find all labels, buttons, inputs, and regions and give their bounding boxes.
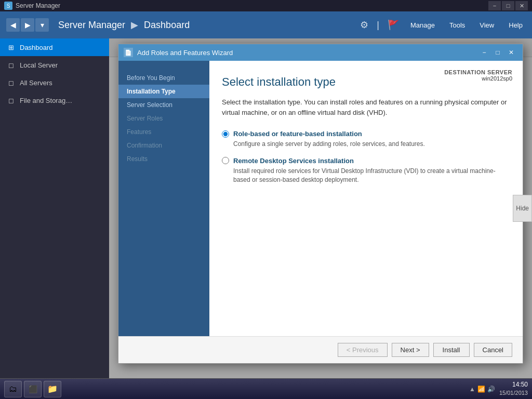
option-remote-desktop-radio[interactable] <box>222 157 229 164</box>
sound-icon: 🔊 <box>487 385 495 393</box>
clock-date: 15/01/2013 <box>499 389 528 397</box>
sidebar-item-all-servers[interactable]: ◻ All Servers <box>0 74 109 91</box>
option-role-based-radio[interactable] <box>222 130 229 138</box>
wizard-minimize-button[interactable]: − <box>478 47 490 58</box>
wizard-main-content: DESTINATION SERVER win2012sp0 Select ins… <box>209 61 523 336</box>
option-role-based: Role-based or feature-based installation… <box>222 130 510 149</box>
local-server-icon: ◻ <box>6 60 16 70</box>
system-clock: 14:50 15/01/2013 <box>499 380 528 397</box>
wizard-maximize-button[interactable]: □ <box>491 47 504 58</box>
wizard-controls: − □ ✕ <box>478 47 517 58</box>
option-role-based-label[interactable]: Role-based or feature-based installation <box>222 130 510 138</box>
option-role-based-text: Role-based or feature-based installation <box>233 130 362 138</box>
breadcrumb-root[interactable]: Server Manager <box>58 20 125 30</box>
breadcrumb-current[interactable]: Dashboard <box>144 20 190 30</box>
installation-type-options: Role-based or feature-based installation… <box>222 130 510 184</box>
navigation-buttons: ◀ ▶ ▾ <box>6 18 49 32</box>
explorer-icon: 🗂 <box>9 384 17 394</box>
system-tray: ▲ 📶 🔊 <box>469 385 495 393</box>
wizard-step-confirmation: Confirmation <box>118 139 209 152</box>
sidebar-item-file-storage[interactable]: ◻ File and Storag… <box>0 91 109 109</box>
tray-chevron-icon[interactable]: ▲ <box>469 385 475 393</box>
wizard-window: 📄 Add Roles and Features Wizard − □ ✕ Be… <box>118 44 523 364</box>
wizard-step-server-selection[interactable]: Server Selection <box>118 98 209 112</box>
menu-manage[interactable]: Manage <box>407 19 438 31</box>
menu-help[interactable]: Help <box>506 19 526 31</box>
taskbar: 🗂 ⬛ 📁 ▲ 📶 🔊 14:50 15/01/2013 <box>0 378 532 399</box>
wizard-footer: < Previous Next > Install Cancel <box>118 336 523 363</box>
app-icon: S <box>4 2 12 10</box>
maximize-button[interactable]: □ <box>502 1 514 10</box>
all-servers-icon: ◻ <box>6 78 16 87</box>
forward-button[interactable]: ▶ <box>21 18 34 32</box>
content-area: WELCOME TO SERVER MANAGER 📄 Add Roles an… <box>109 38 532 378</box>
dropdown-button[interactable]: ▾ <box>35 18 49 32</box>
option-remote-desktop-label[interactable]: Remote Desktop Services installation <box>222 157 510 165</box>
wizard-step-before-begin[interactable]: Before You Begin <box>118 71 209 85</box>
previous-button[interactable]: < Previous <box>338 343 388 357</box>
dashboard-icon: ⊞ <box>6 43 16 52</box>
close-button[interactable]: ✕ <box>515 1 528 10</box>
minimize-button[interactable]: − <box>488 1 501 10</box>
sidebar-item-label: Dashboard <box>20 44 53 51</box>
wizard-step-installation-type[interactable]: Installation Type <box>118 85 209 98</box>
destination-server-name: win2012sp0 <box>444 75 512 82</box>
wizard-overlay: 📄 Add Roles and Features Wizard − □ ✕ Be… <box>109 38 532 378</box>
taskbar-explorer[interactable]: 🗂 <box>4 381 22 397</box>
wizard-icon: 📄 <box>124 48 133 57</box>
sidebar-item-local-server[interactable]: ◻ Local Server <box>0 56 109 74</box>
clock-time: 14:50 <box>499 380 528 389</box>
sidebar-item-label: Local Server <box>20 61 58 69</box>
menu-tools[interactable]: Tools <box>446 19 468 31</box>
wizard-title: Add Roles and Features Wizard <box>137 49 478 57</box>
wizard-description: Select the installation type. You can in… <box>222 97 510 117</box>
sidebar: ⊞ Dashboard ◻ Local Server ◻ All Servers… <box>0 38 109 378</box>
cancel-button[interactable]: Cancel <box>474 343 512 357</box>
network-icon: 📶 <box>477 385 485 393</box>
wizard-body: Before You Begin Installation Type Serve… <box>118 61 523 336</box>
next-button[interactable]: Next > <box>392 343 429 357</box>
destination-server-label: DESTINATION SERVER <box>444 69 512 75</box>
install-button[interactable]: Install <box>433 343 470 357</box>
destination-server: DESTINATION SERVER win2012sp0 <box>444 69 512 82</box>
taskbar-folder[interactable]: 📁 <box>44 381 61 397</box>
menu-view[interactable]: View <box>476 19 497 31</box>
title-bar: S Server Manager − □ ✕ <box>0 0 532 11</box>
menu-bar: Manage Tools View Help <box>407 19 526 31</box>
option-role-based-desc: Configure a single server by adding role… <box>233 140 510 149</box>
file-storage-icon: ◻ <box>6 96 16 105</box>
main-toolbar: ◀ ▶ ▾ Server Manager ▶ Dashboard ⚙ | 🚩 M… <box>0 11 532 38</box>
wizard-step-server-roles: Server Roles <box>118 112 209 125</box>
terminal-icon: ⬛ <box>29 385 37 393</box>
window-controls: − □ ✕ <box>488 1 528 10</box>
option-remote-desktop: Remote Desktop Services installation Ins… <box>222 157 510 184</box>
sidebar-item-label: File and Storag… <box>20 97 72 104</box>
sidebar-item-dashboard[interactable]: ⊞ Dashboard <box>0 38 109 56</box>
wizard-step-results: Results <box>118 152 209 166</box>
breadcrumb: Server Manager ▶ Dashboard <box>58 19 190 31</box>
wizard-step-features: Features <box>118 125 209 139</box>
main-layout: ⊞ Dashboard ◻ Local Server ◻ All Servers… <box>0 38 532 378</box>
breadcrumb-separator: ▶ <box>131 20 141 30</box>
option-remote-desktop-desc: Install required role services for Virtu… <box>233 167 510 184</box>
wizard-steps: Before You Begin Installation Type Serve… <box>118 61 209 336</box>
folder-icon: 📁 <box>47 384 58 394</box>
hide-label: Hide <box>516 205 529 212</box>
hide-panel-button[interactable]: Hide <box>513 195 532 222</box>
window-title: Server Manager <box>16 2 60 9</box>
toolbar-right: ⚙ | 🚩 Manage Tools View Help <box>360 19 526 31</box>
wizard-close-button[interactable]: ✕ <box>505 47 517 58</box>
wizard-title-bar: 📄 Add Roles and Features Wizard − □ ✕ <box>118 44 523 61</box>
sidebar-item-label: All Servers <box>20 79 52 87</box>
back-button[interactable]: ◀ <box>6 18 20 32</box>
taskbar-terminal[interactable]: ⬛ <box>24 381 42 397</box>
taskbar-tray: ▲ 📶 🔊 14:50 15/01/2013 <box>469 380 528 397</box>
option-remote-desktop-text: Remote Desktop Services installation <box>233 157 354 165</box>
